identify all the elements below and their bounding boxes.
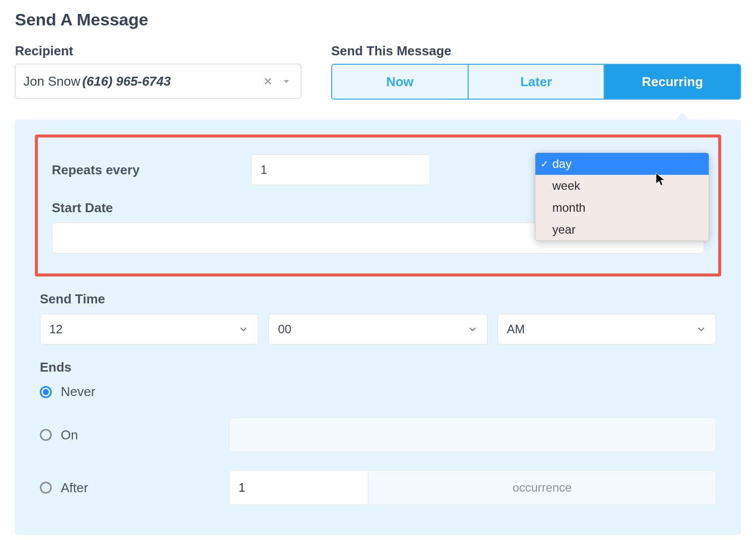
recipient-name: Jon Snow (23, 74, 80, 89)
recipient-label: Recipient (15, 43, 301, 59)
repeats-count-input[interactable]: 1 (251, 154, 430, 185)
send-mode-segmented: Now Later Recurring (331, 64, 741, 100)
recurring-panel: Repeats every 1 Start Date day week mont… (15, 120, 741, 535)
send-time-label: Send Time (40, 291, 716, 307)
repeat-unit-option-week[interactable]: week (535, 175, 709, 197)
repeat-unit-option-month[interactable]: month (535, 197, 709, 219)
send-this-message-label: Send This Message (331, 43, 741, 59)
repeats-every-label: Repeats every (52, 162, 241, 178)
ends-never-radio[interactable] (40, 386, 52, 398)
chevron-down-icon (467, 324, 478, 335)
ends-on-date-input[interactable] (229, 417, 716, 452)
recipient-value: Jon Snow (616) 965-6743 (23, 74, 171, 89)
send-time-minute-select[interactable]: 00 (268, 314, 487, 345)
recipient-select[interactable]: Jon Snow (616) 965-6743 (15, 64, 301, 99)
send-recurring-button[interactable]: Recurring (605, 65, 740, 99)
send-later-button[interactable]: Later (469, 65, 605, 99)
highlighted-region: Repeats every 1 Start Date day week mont… (35, 135, 721, 276)
ends-after-count-input[interactable]: 1 (229, 470, 369, 505)
clear-recipient-icon[interactable] (263, 76, 273, 86)
recipient-phone: (616) 965-6743 (82, 74, 171, 89)
ends-on-label: On (61, 427, 220, 443)
repeat-unit-dropdown[interactable]: day week month year (535, 152, 709, 241)
chevron-down-icon (238, 324, 249, 335)
chevron-down-icon[interactable] (280, 75, 293, 88)
send-now-button[interactable]: Now (332, 65, 469, 99)
send-time-minute-value: 00 (278, 322, 291, 336)
send-time-ampm-value: AM (507, 322, 525, 336)
ends-after-radio[interactable] (40, 482, 52, 494)
mouse-cursor-icon (655, 172, 666, 188)
ends-after-unit: occurrence (369, 470, 716, 505)
send-time-hour-value: 12 (49, 322, 63, 336)
ends-never-label: Never (61, 384, 220, 400)
ends-after-label: After (61, 480, 220, 496)
repeat-unit-option-day[interactable]: day (535, 153, 709, 175)
repeat-unit-option-year[interactable]: year (535, 219, 709, 241)
ends-on-radio[interactable] (40, 429, 52, 441)
chevron-down-icon (696, 324, 707, 335)
ends-label: Ends (40, 360, 716, 375)
send-time-hour-select[interactable]: 12 (40, 314, 258, 345)
page-title: Send A Message (15, 10, 741, 29)
send-time-ampm-select[interactable]: AM (498, 314, 716, 345)
